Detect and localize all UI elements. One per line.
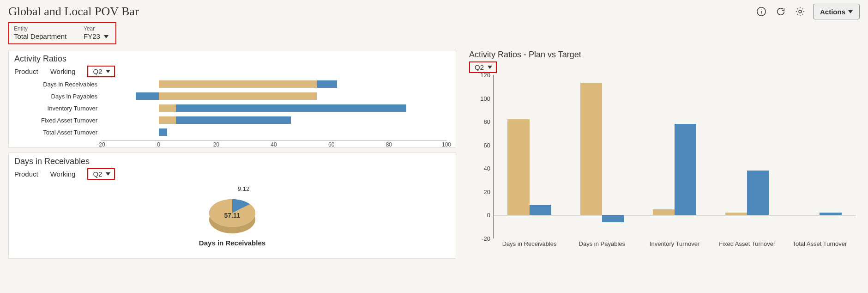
hbar-category-label: Days in Payables [14,93,101,100]
refresh-icon[interactable] [774,5,787,18]
card-title: Days in Receivables [14,157,450,166]
local-pov-product[interactable]: Product [14,170,38,178]
chevron-down-icon [106,70,110,73]
chevron-down-icon [104,35,108,38]
pov-entity-value: Total Department [14,32,72,41]
local-pov-working[interactable]: Working [50,67,76,75]
actions-button-label: Actions [820,8,845,16]
pov-year-label: Year [84,25,109,32]
hbar-category-label: Fixed Asset Turnover [14,117,101,124]
pov-entity[interactable]: Entity Total Department [9,23,78,43]
chevron-down-icon [848,10,853,13]
card-title: Activity Ratios - Plan vs Target [469,50,860,60]
quarter-value: Q2 [93,67,102,75]
info-icon[interactable] [755,5,768,18]
hbar-category-label: Days in Receivables [14,81,101,88]
quarter-value: Q2 [93,170,102,178]
card-days-receivables: Days in Receivables Product Working Q2 9… [8,153,456,259]
gear-icon[interactable] [794,5,807,18]
local-pov-working[interactable]: Working [50,170,76,178]
svg-text:9.12: 9.12 [238,185,249,192]
card-activity-ratios: Activity Ratios Product Working Q2 Days … [8,50,456,148]
quarter-value: Q2 [475,63,484,71]
local-pov-quarter[interactable]: Q2 [87,168,115,180]
page-title: Global and Local POV Bar [8,5,139,18]
local-pov-quarter[interactable]: Q2 [87,66,115,77]
local-pov-product[interactable]: Product [14,67,38,75]
chevron-down-icon [106,172,110,176]
hbar-category-label: Total Asset Turnover [14,129,101,136]
pie-subtitle: Days in Receivables [199,239,265,247]
days-receivables-pie: 9.1257.11 [193,184,271,234]
pov-year-value: FY23 [84,32,100,41]
svg-text:57.11: 57.11 [224,212,240,219]
card-title: Activity Ratios [14,54,450,64]
activity-ratios-chart: Days in ReceivablesDays in PayablesInven… [14,79,450,153]
hbar-category-label: Inventory Turnover [14,105,101,112]
global-pov-bar: Entity Total Department Year FY23 [8,22,116,44]
svg-point-2 [761,9,761,10]
chevron-down-icon [488,66,492,69]
pov-year[interactable]: Year FY23 [78,23,115,43]
card-plan-vs-target: Activity Ratios - Plan vs Target Q2 -200… [467,50,860,250]
pov-entity-label: Entity [14,25,72,32]
actions-button[interactable]: Actions [813,4,860,19]
svg-point-3 [799,10,802,13]
header-actions: Actions [755,4,860,19]
plan-vs-target-chart: -20020406080100120 Days in ReceivablesDa… [469,75,860,250]
